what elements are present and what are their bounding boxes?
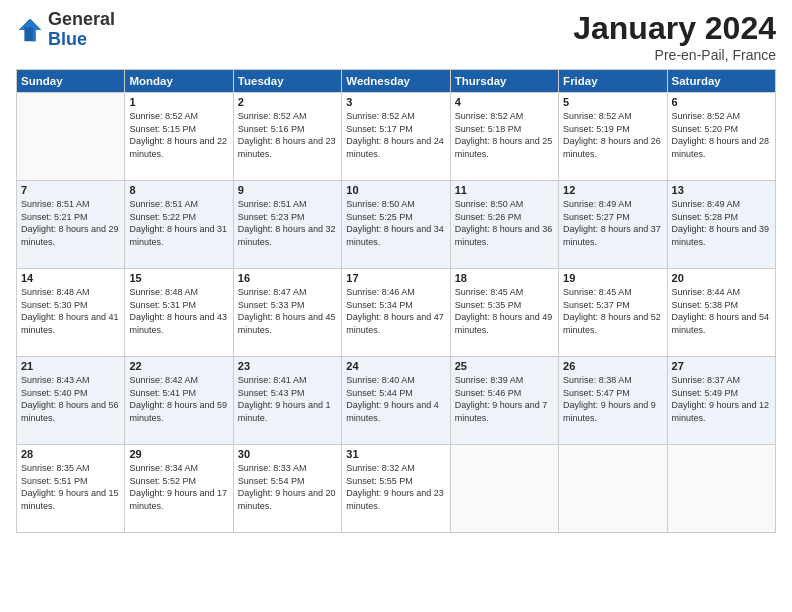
calendar-cell: 14Sunrise: 8:48 AMSunset: 5:30 PMDayligh… (17, 269, 125, 357)
calendar-cell: 24Sunrise: 8:40 AMSunset: 5:44 PMDayligh… (342, 357, 450, 445)
calendar-cell: 10Sunrise: 8:50 AMSunset: 5:25 PMDayligh… (342, 181, 450, 269)
cell-info: Sunrise: 8:52 AMSunset: 5:17 PMDaylight:… (346, 110, 445, 160)
week-row-1: 1Sunrise: 8:52 AMSunset: 5:15 PMDaylight… (17, 93, 776, 181)
day-number: 13 (672, 184, 771, 196)
weekday-header-monday: Monday (125, 70, 233, 93)
cell-info: Sunrise: 8:51 AMSunset: 5:21 PMDaylight:… (21, 198, 120, 248)
calendar-cell: 30Sunrise: 8:33 AMSunset: 5:54 PMDayligh… (233, 445, 341, 533)
title-block: January 2024 Pre-en-Pail, France (573, 10, 776, 63)
cell-info: Sunrise: 8:50 AMSunset: 5:26 PMDaylight:… (455, 198, 554, 248)
day-number: 22 (129, 360, 228, 372)
day-number: 10 (346, 184, 445, 196)
cell-info: Sunrise: 8:48 AMSunset: 5:30 PMDaylight:… (21, 286, 120, 336)
calendar-cell: 21Sunrise: 8:43 AMSunset: 5:40 PMDayligh… (17, 357, 125, 445)
calendar-cell: 6Sunrise: 8:52 AMSunset: 5:20 PMDaylight… (667, 93, 775, 181)
cell-info: Sunrise: 8:38 AMSunset: 5:47 PMDaylight:… (563, 374, 662, 424)
calendar-cell: 1Sunrise: 8:52 AMSunset: 5:15 PMDaylight… (125, 93, 233, 181)
weekday-header-saturday: Saturday (667, 70, 775, 93)
cell-info: Sunrise: 8:50 AMSunset: 5:25 PMDaylight:… (346, 198, 445, 248)
day-number: 25 (455, 360, 554, 372)
calendar-table: SundayMondayTuesdayWednesdayThursdayFrid… (16, 69, 776, 533)
day-number: 6 (672, 96, 771, 108)
cell-info: Sunrise: 8:49 AMSunset: 5:28 PMDaylight:… (672, 198, 771, 248)
location: Pre-en-Pail, France (573, 47, 776, 63)
day-number: 7 (21, 184, 120, 196)
logo-text: General Blue (48, 10, 115, 50)
calendar-cell (559, 445, 667, 533)
day-number: 27 (672, 360, 771, 372)
calendar-cell: 29Sunrise: 8:34 AMSunset: 5:52 PMDayligh… (125, 445, 233, 533)
day-number: 23 (238, 360, 337, 372)
day-number: 17 (346, 272, 445, 284)
day-number: 14 (21, 272, 120, 284)
month-title: January 2024 (573, 10, 776, 47)
calendar-cell: 18Sunrise: 8:45 AMSunset: 5:35 PMDayligh… (450, 269, 558, 357)
week-row-2: 7Sunrise: 8:51 AMSunset: 5:21 PMDaylight… (17, 181, 776, 269)
calendar-cell: 7Sunrise: 8:51 AMSunset: 5:21 PMDaylight… (17, 181, 125, 269)
day-number: 11 (455, 184, 554, 196)
calendar-cell: 27Sunrise: 8:37 AMSunset: 5:49 PMDayligh… (667, 357, 775, 445)
cell-info: Sunrise: 8:34 AMSunset: 5:52 PMDaylight:… (129, 462, 228, 512)
calendar-cell: 17Sunrise: 8:46 AMSunset: 5:34 PMDayligh… (342, 269, 450, 357)
cell-info: Sunrise: 8:49 AMSunset: 5:27 PMDaylight:… (563, 198, 662, 248)
calendar-cell: 5Sunrise: 8:52 AMSunset: 5:19 PMDaylight… (559, 93, 667, 181)
cell-info: Sunrise: 8:33 AMSunset: 5:54 PMDaylight:… (238, 462, 337, 512)
cell-info: Sunrise: 8:48 AMSunset: 5:31 PMDaylight:… (129, 286, 228, 336)
calendar-cell (450, 445, 558, 533)
day-number: 30 (238, 448, 337, 460)
cell-info: Sunrise: 8:52 AMSunset: 5:15 PMDaylight:… (129, 110, 228, 160)
weekday-header-wednesday: Wednesday (342, 70, 450, 93)
calendar-cell: 13Sunrise: 8:49 AMSunset: 5:28 PMDayligh… (667, 181, 775, 269)
day-number: 20 (672, 272, 771, 284)
page: General Blue January 2024 Pre-en-Pail, F… (0, 0, 792, 612)
calendar-cell: 3Sunrise: 8:52 AMSunset: 5:17 PMDaylight… (342, 93, 450, 181)
cell-info: Sunrise: 8:39 AMSunset: 5:46 PMDaylight:… (455, 374, 554, 424)
week-row-3: 14Sunrise: 8:48 AMSunset: 5:30 PMDayligh… (17, 269, 776, 357)
calendar-cell: 8Sunrise: 8:51 AMSunset: 5:22 PMDaylight… (125, 181, 233, 269)
cell-info: Sunrise: 8:35 AMSunset: 5:51 PMDaylight:… (21, 462, 120, 512)
weekday-header-thursday: Thursday (450, 70, 558, 93)
calendar-cell: 12Sunrise: 8:49 AMSunset: 5:27 PMDayligh… (559, 181, 667, 269)
week-row-4: 21Sunrise: 8:43 AMSunset: 5:40 PMDayligh… (17, 357, 776, 445)
day-number: 24 (346, 360, 445, 372)
calendar-cell: 16Sunrise: 8:47 AMSunset: 5:33 PMDayligh… (233, 269, 341, 357)
day-number: 18 (455, 272, 554, 284)
calendar-cell: 31Sunrise: 8:32 AMSunset: 5:55 PMDayligh… (342, 445, 450, 533)
header: General Blue January 2024 Pre-en-Pail, F… (16, 10, 776, 63)
day-number: 15 (129, 272, 228, 284)
calendar-cell: 20Sunrise: 8:44 AMSunset: 5:38 PMDayligh… (667, 269, 775, 357)
calendar-cell: 22Sunrise: 8:42 AMSunset: 5:41 PMDayligh… (125, 357, 233, 445)
cell-info: Sunrise: 8:42 AMSunset: 5:41 PMDaylight:… (129, 374, 228, 424)
day-number: 5 (563, 96, 662, 108)
logo-general-text: General (48, 10, 115, 30)
day-number: 31 (346, 448, 445, 460)
cell-info: Sunrise: 8:37 AMSunset: 5:49 PMDaylight:… (672, 374, 771, 424)
calendar-cell (667, 445, 775, 533)
day-number: 8 (129, 184, 228, 196)
calendar-cell: 25Sunrise: 8:39 AMSunset: 5:46 PMDayligh… (450, 357, 558, 445)
calendar-cell: 4Sunrise: 8:52 AMSunset: 5:18 PMDaylight… (450, 93, 558, 181)
cell-info: Sunrise: 8:43 AMSunset: 5:40 PMDaylight:… (21, 374, 120, 424)
weekday-header-friday: Friday (559, 70, 667, 93)
cell-info: Sunrise: 8:52 AMSunset: 5:20 PMDaylight:… (672, 110, 771, 160)
day-number: 2 (238, 96, 337, 108)
cell-info: Sunrise: 8:45 AMSunset: 5:37 PMDaylight:… (563, 286, 662, 336)
day-number: 21 (21, 360, 120, 372)
calendar-cell: 2Sunrise: 8:52 AMSunset: 5:16 PMDaylight… (233, 93, 341, 181)
cell-info: Sunrise: 8:40 AMSunset: 5:44 PMDaylight:… (346, 374, 445, 424)
calendar-cell: 11Sunrise: 8:50 AMSunset: 5:26 PMDayligh… (450, 181, 558, 269)
cell-info: Sunrise: 8:44 AMSunset: 5:38 PMDaylight:… (672, 286, 771, 336)
calendar-cell: 9Sunrise: 8:51 AMSunset: 5:23 PMDaylight… (233, 181, 341, 269)
day-number: 12 (563, 184, 662, 196)
week-row-5: 28Sunrise: 8:35 AMSunset: 5:51 PMDayligh… (17, 445, 776, 533)
cell-info: Sunrise: 8:45 AMSunset: 5:35 PMDaylight:… (455, 286, 554, 336)
logo-icon (16, 16, 44, 44)
calendar-cell: 19Sunrise: 8:45 AMSunset: 5:37 PMDayligh… (559, 269, 667, 357)
cell-info: Sunrise: 8:32 AMSunset: 5:55 PMDaylight:… (346, 462, 445, 512)
day-number: 4 (455, 96, 554, 108)
day-number: 26 (563, 360, 662, 372)
day-number: 16 (238, 272, 337, 284)
cell-info: Sunrise: 8:52 AMSunset: 5:16 PMDaylight:… (238, 110, 337, 160)
cell-info: Sunrise: 8:52 AMSunset: 5:19 PMDaylight:… (563, 110, 662, 160)
day-number: 9 (238, 184, 337, 196)
